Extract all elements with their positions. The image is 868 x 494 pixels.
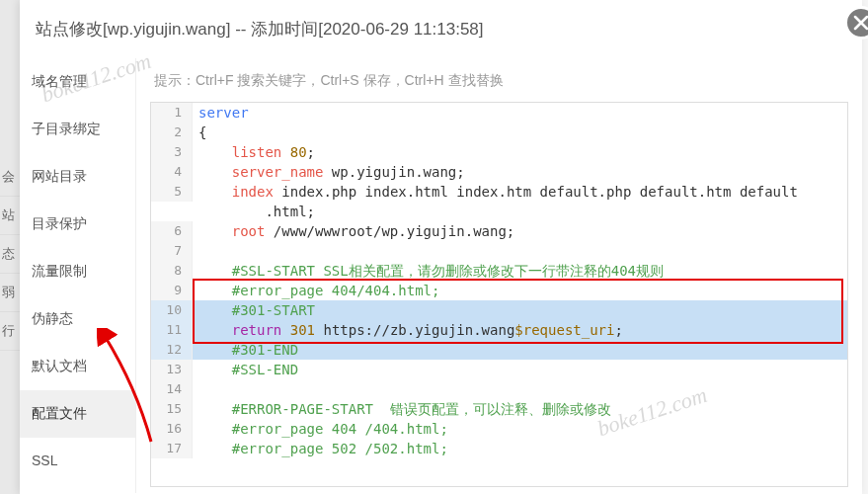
code-text: return 301 https://zb.yigujin.wang$reque… — [193, 320, 623, 340]
code-line[interactable]: 10 #301-START — [151, 300, 847, 320]
bg-item: 会 — [0, 158, 20, 197]
code-text: #error_page 502 /502.html; — [193, 439, 448, 458]
code-text: server — [193, 103, 249, 123]
code-line[interactable]: 9 #error_page 404/404.html; — [151, 281, 847, 300]
code-text: #error_page 404/404.html; — [193, 281, 439, 300]
code-text — [193, 241, 232, 261]
code-text: server_name wp.yigujin.wang; — [193, 162, 465, 182]
sidebar-item-1[interactable]: 子目录绑定 — [20, 106, 135, 153]
line-number: 10 — [151, 300, 193, 320]
code-text: index index.php index.html index.htm def… — [193, 182, 798, 202]
site-edit-modal: 站点修改[wp.yigujin.wang] -- 添加时间[2020-06-29… — [20, 0, 862, 494]
sidebar-item-4[interactable]: 流量限制 — [20, 248, 135, 295]
code-text: #SSL-START SSL相关配置，请勿删除或修改下一行带注释的404规则 — [193, 261, 664, 281]
modal-title: 站点修改[wp.yigujin.wang] -- 添加时间[2020-06-29… — [20, 0, 862, 58]
code-text: #error_page 404 /404.html; — [193, 419, 448, 439]
line-number: 6 — [151, 221, 193, 241]
line-number: 7 — [151, 241, 193, 261]
sidebar-item-6[interactable]: 默认文档 — [20, 343, 135, 390]
sidebar-item-0[interactable]: 域名管理 — [20, 58, 135, 106]
line-number: 17 — [151, 439, 193, 458]
content-panel: 提示：Ctrl+F 搜索关键字，Ctrl+S 保存，Ctrl+H 查找替换 1s… — [136, 58, 862, 493]
code-editor[interactable]: 1server2{3 listen 80;4 server_name wp.yi… — [150, 102, 848, 487]
editor-inner: 1server2{3 listen 80;4 server_name wp.yi… — [151, 103, 847, 458]
sidebar-item-7[interactable]: 配置文件 — [20, 390, 135, 438]
bg-item: 行 — [0, 312, 20, 351]
code-line[interactable]: 11 return 301 https://zb.yigujin.wang$re… — [151, 320, 847, 340]
line-number: 16 — [151, 419, 193, 439]
code-text: #SSL-END — [193, 360, 298, 379]
bg-item: 态 — [0, 235, 20, 274]
code-text: #ERROR-PAGE-START 错误页配置，可以注释、删除或修改 — [193, 399, 611, 419]
code-line[interactable]: 6 root /www/wwwroot/wp.yigujin.wang; — [151, 221, 847, 241]
line-number: 3 — [151, 142, 193, 162]
code-line[interactable]: 15 #ERROR-PAGE-START 错误页配置，可以注释、删除或修改 — [151, 399, 847, 419]
code-line[interactable]: 16 #error_page 404 /404.html; — [151, 419, 847, 439]
code-line[interactable]: .html; — [151, 202, 847, 221]
line-number: 11 — [151, 320, 193, 340]
code-line[interactable]: 17 #error_page 502 /502.html; — [151, 439, 847, 458]
code-line[interactable]: 1server — [151, 103, 847, 123]
sidebar-item-5[interactable]: 伪静态 — [20, 295, 135, 343]
code-line[interactable]: 2{ — [151, 123, 847, 142]
code-line[interactable]: 13 #SSL-END — [151, 360, 847, 379]
code-text: root /www/wwwroot/wp.yigujin.wang; — [193, 221, 514, 241]
line-number: 13 — [151, 360, 193, 379]
code-text: listen 80; — [193, 142, 315, 162]
line-number: 12 — [151, 340, 193, 360]
line-number: 2 — [151, 123, 193, 142]
code-line[interactable]: 14 — [151, 379, 847, 399]
sidebar-item-3[interactable]: 目录保护 — [20, 201, 135, 248]
hint-text: 提示：Ctrl+F 搜索关键字，Ctrl+S 保存，Ctrl+H 查找替换 — [150, 58, 848, 102]
line-number: 5 — [151, 182, 193, 202]
line-number: 14 — [151, 379, 193, 399]
code-text: { — [193, 123, 206, 142]
code-line[interactable]: 8 #SSL-START SSL相关配置，请勿删除或修改下一行带注释的404规则 — [151, 261, 847, 281]
sidebar-item-2[interactable]: 网站目录 — [20, 153, 135, 201]
line-number: 8 — [151, 261, 193, 281]
line-number: 4 — [151, 162, 193, 182]
line-number: 1 — [151, 103, 193, 123]
code-text: #301-END — [193, 340, 298, 360]
bg-item: 站 — [0, 197, 20, 235]
close-icon — [853, 15, 868, 31]
sidebar-nav: 域名管理子目录绑定网站目录目录保护流量限制伪静态默认文档配置文件SSL — [20, 58, 136, 493]
code-line[interactable]: 7 — [151, 241, 847, 261]
sidebar-item-8[interactable]: SSL — [20, 438, 135, 483]
code-text: #301-START — [193, 300, 315, 320]
background-page-strip: 会 站 态 弱 行 — [0, 0, 20, 494]
code-line[interactable]: 4 server_name wp.yigujin.wang; — [151, 162, 847, 182]
line-number: 9 — [151, 281, 193, 300]
code-text: .html; — [193, 202, 315, 221]
code-line[interactable]: 3 listen 80; — [151, 142, 847, 162]
line-number: 15 — [151, 399, 193, 419]
bg-item: 弱 — [0, 274, 20, 312]
code-line[interactable]: 12 #301-END — [151, 340, 847, 360]
code-text — [193, 379, 232, 399]
code-line[interactable]: 5 index index.php index.html index.htm d… — [151, 182, 847, 202]
